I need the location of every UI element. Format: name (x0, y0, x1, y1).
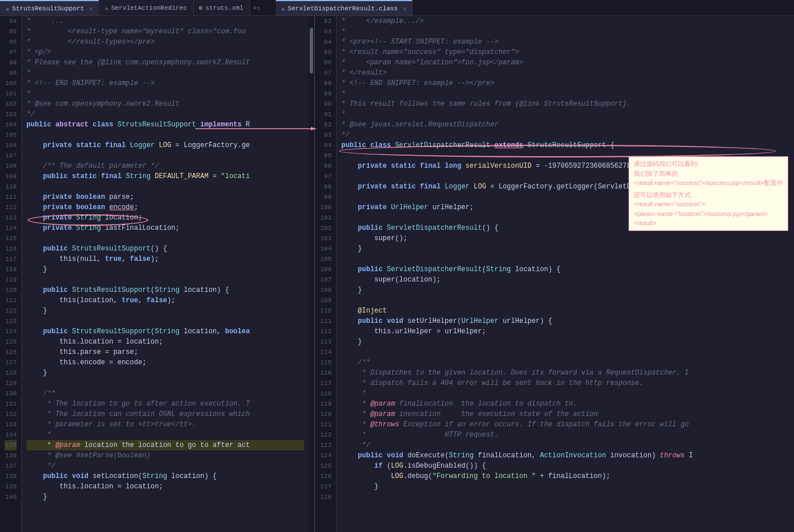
r-line-106: public ServletDispatcherResult(String lo… (341, 264, 789, 275)
tab-servlet-action-redirect[interactable]: ☕ ServletActionRedirec (99, 0, 193, 16)
ln-93: 93 (319, 130, 332, 140)
ln-123: 123 (319, 440, 332, 450)
line-116: public StrutsResultSupport() { (26, 244, 304, 254)
tab-label: ServletActionRedirec (111, 5, 187, 11)
r-line-125: if (LOG.isDebugEnabled()) { (341, 461, 789, 471)
line-121: this(location, true, false); (26, 295, 304, 306)
ln-97: 97 (319, 171, 332, 182)
ln-126: 126 (5, 347, 17, 357)
r-line-122: * HTTP request. (341, 430, 789, 440)
ln-119: 119 (319, 399, 332, 409)
editor-area: 94 95 96 97 98 99 100 101 102 103 104 10… (0, 16, 794, 532)
close-icon[interactable]: ✕ (89, 5, 92, 12)
tab-struts-xml[interactable]: ⚙ struts.xml (194, 0, 250, 16)
ln-110: 110 (319, 306, 332, 316)
r-line-104: } (341, 244, 789, 254)
line-139: this.location = location; (26, 481, 304, 492)
r-line-93: */ (341, 130, 789, 140)
ln-121: 121 (5, 295, 17, 306)
ln-127: 127 (5, 357, 17, 368)
ln-86: 86 (319, 57, 332, 68)
ln-112: 112 (319, 326, 332, 337)
xml-icon: ⚙ (199, 5, 203, 11)
line-137: */ (26, 461, 304, 471)
ln-125: 125 (319, 461, 332, 471)
ln-117: 117 (319, 378, 332, 388)
line-125: this.location = location; (26, 337, 304, 347)
r-line-112: this.urlHelper = urlHelper; (341, 326, 789, 337)
line-114: private String lastFinalLocation; (26, 223, 304, 233)
r-line-85: * <result name="success" type="dispatche… (341, 47, 789, 57)
line-115 (26, 233, 304, 244)
ln-99: 99 (5, 68, 17, 78)
r-line-110: @Inject (341, 306, 789, 316)
ln-118: 118 (319, 388, 332, 399)
ln-132: 132 (5, 409, 17, 419)
ln-95: 95 (319, 151, 332, 161)
r-line-87: * </result> (341, 68, 789, 78)
tooltip-line5: <result name="success"> (634, 199, 783, 209)
tab-label: ServletDispatcherResult.class (288, 5, 398, 12)
r-line-90: * This result follows the same rules fro… (341, 99, 789, 109)
line-109: public static final String DEFAULT_PARAM… (26, 171, 304, 182)
ln-116: 116 (319, 368, 332, 378)
line-108: /** The default parameter */ (26, 161, 304, 171)
line-127: this.encode = encode; (26, 357, 304, 368)
ln-114: 114 (5, 223, 17, 233)
ln-111: 111 (319, 316, 332, 326)
ln-101: 101 (5, 88, 17, 99)
r-line-108: } (341, 285, 789, 295)
tab-label: StrutsResultSupport (12, 5, 84, 12)
line-107 (26, 151, 304, 161)
close-icon[interactable]: ✕ (403, 5, 406, 12)
r-line-84: * <pre><!-- START SNIPPET: example --> (341, 37, 789, 47)
ln-127: 127 (319, 481, 332, 492)
ln-103: 103 (319, 233, 332, 244)
tab-overflow[interactable]: »₅ (250, 0, 264, 16)
ln-109: 109 (5, 171, 17, 182)
ln-105: 105 (5, 130, 17, 140)
tooltip-line7: <result> (634, 218, 783, 228)
line-112: private boolean encode; (26, 202, 304, 213)
r-line-94: public class ServletDispatcherResult ext… (341, 140, 789, 151)
ln-136: 136 (5, 450, 17, 461)
ln-133: 133 (5, 419, 17, 430)
left-scrollbar[interactable] (309, 16, 314, 532)
ln-110: 110 (5, 182, 17, 192)
line-140: } (26, 492, 304, 502)
line-123 (26, 316, 304, 326)
ide-window: ☕ StrutsResultSupport ✕ ☕ ServletActionR… (0, 0, 794, 532)
tab-servlet-dispatcher-result[interactable]: ☕ ServletDispatcherResult.class ✕ (276, 0, 413, 16)
tooltip-line4: 还可以使用如下方式: (634, 190, 783, 200)
left-line-numbers: 94 95 96 97 98 99 100 101 102 103 104 10… (0, 16, 22, 532)
ln-117: 117 (5, 254, 17, 264)
line-113: private String location; (26, 213, 304, 223)
ln-123: 123 (5, 316, 17, 326)
r-line-120: * @param invocation the execution state … (341, 409, 789, 419)
ln-83: 83 (319, 26, 332, 37)
ln-106: 106 (5, 140, 17, 151)
r-line-124: public void doExecute(String finalLocati… (341, 450, 789, 461)
line-120: public StrutsResultSupport(String locati… (26, 285, 304, 295)
right-code-container: 82 83 84 85 86 87 88 89 90 91 92 93 94 9… (315, 16, 794, 532)
line-128: } (26, 368, 304, 378)
tooltip-line1: 通过源码我们可以看到: (634, 159, 783, 169)
ln-129: 129 (5, 378, 17, 388)
ln-108: 108 (5, 161, 17, 171)
r-line-118: * (341, 388, 789, 399)
ln-135: 135 (5, 440, 17, 450)
ln-119: 119 (5, 275, 17, 285)
line-99: * (26, 68, 304, 78)
r-line-109 (341, 295, 789, 306)
ln-90: 90 (319, 99, 332, 109)
ln-108: 108 (319, 285, 332, 295)
ln-98: 98 (319, 182, 332, 192)
tab-struts-result-support[interactable]: ☕ StrutsResultSupport ✕ (0, 0, 99, 16)
ln-124: 124 (5, 326, 17, 337)
ln-116: 116 (5, 244, 17, 254)
tab-bar: ☕ StrutsResultSupport ✕ ☕ ServletActionR… (0, 0, 794, 16)
r-line-88: * <!-- END SNIPPET: example --></pre> (341, 78, 789, 88)
ln-131: 131 (5, 399, 17, 409)
ln-89: 89 (319, 88, 332, 99)
tab-spacer (264, 0, 276, 16)
